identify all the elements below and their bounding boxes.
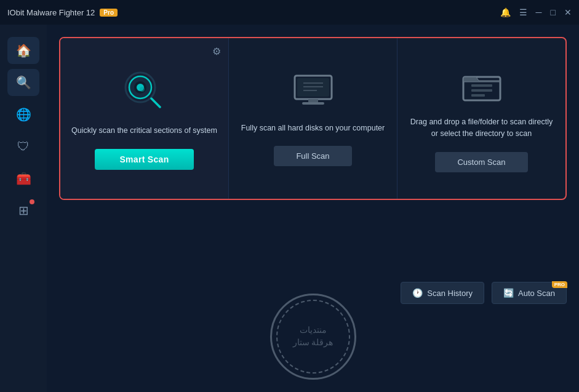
full-scan-column: Fully scan all hard disks on your comput… <box>229 38 397 199</box>
sidebar-item-home[interactable]: 🏠 <box>7 37 39 64</box>
smart-scan-button[interactable]: Smart Scan <box>95 149 193 170</box>
auto-scan-pro-badge: PRO <box>552 281 567 288</box>
svg-rect-7 <box>297 78 329 97</box>
app-title: IObit Malware Fighter 12 <box>7 8 95 17</box>
svg-rect-15 <box>471 89 492 92</box>
close-icon[interactable]: ✕ <box>564 7 572 17</box>
notification-icon[interactable]: 🔔 <box>500 7 511 17</box>
maximize-icon[interactable]: □ <box>551 7 556 17</box>
refresh-icon: 🔄 <box>503 288 514 298</box>
sidebar-item-widgets[interactable]: ⊞ <box>7 197 39 224</box>
sidebar: 🏠 🔍 🌐 🛡 🧰 ⊞ <box>0 25 47 392</box>
sidebar-item-protection[interactable]: 🌐 <box>7 101 39 128</box>
minimize-icon[interactable]: ─ <box>536 7 542 17</box>
svg-rect-16 <box>471 94 485 97</box>
bottom-area: منتديات هرقلة ستار 🕐 Scan History PRO 🔄 … <box>59 200 567 386</box>
custom-scan-column: Drag and drop a file/folder to scan dire… <box>397 38 565 199</box>
title-bar-controls: 🔔 ☰ ─ □ ✕ <box>500 7 572 17</box>
scan-history-button[interactable]: 🕐 Scan History <box>401 282 484 304</box>
smart-scan-icon <box>120 67 169 116</box>
settings-icon[interactable]: ⚙ <box>212 46 221 57</box>
menu-icon[interactable]: ☰ <box>519 7 527 17</box>
watermark-line1: منتديات <box>300 324 327 337</box>
full-scan-description: Fully scan all hard disks on your comput… <box>241 122 385 134</box>
content-area: ⚙ Quickly scan the critical sections of … <box>47 25 579 392</box>
main-layout: 🏠 🔍 🌐 🛡 🧰 ⊞ ⚙ <box>0 25 579 392</box>
watermark-inner: منتديات هرقلة ستار <box>276 300 350 374</box>
scan-panel: ⚙ Quickly scan the critical sections of … <box>59 37 567 200</box>
custom-scan-button[interactable]: Custom Scan <box>435 152 527 172</box>
full-scan-icon <box>289 71 338 114</box>
history-icon: 🕐 <box>412 288 423 298</box>
svg-rect-11 <box>308 99 318 102</box>
custom-scan-description: Drag and drop a file/folder to scan dire… <box>407 116 556 140</box>
svg-rect-14 <box>471 84 492 87</box>
auto-scan-label: Auto Scan <box>518 289 555 298</box>
smart-scan-description: Quickly scan the critical sections of sy… <box>71 125 217 137</box>
title-bar-left: IObit Malware Fighter 12 Pro <box>7 8 118 17</box>
watermark: منتديات هرقلة ستار <box>270 294 356 380</box>
auto-scan-button[interactable]: PRO 🔄 Auto Scan <box>492 282 567 304</box>
sidebar-item-shield[interactable]: 🛡 <box>7 133 39 160</box>
custom-scan-icon <box>460 65 503 108</box>
pro-badge: Pro <box>100 9 118 17</box>
smart-scan-column: ⚙ Quickly scan the critical sections of … <box>60 38 229 199</box>
svg-point-5 <box>140 87 145 92</box>
full-scan-button[interactable]: Full Scan <box>274 146 351 166</box>
sidebar-item-scan[interactable]: 🔍 <box>7 69 39 96</box>
svg-rect-12 <box>302 102 324 105</box>
scan-history-label: Scan History <box>427 289 473 298</box>
title-bar: IObit Malware Fighter 12 Pro 🔔 ☰ ─ □ ✕ <box>0 0 579 25</box>
svg-line-4 <box>151 98 160 107</box>
sidebar-item-tools[interactable]: 🧰 <box>7 165 39 192</box>
watermark-line2: هرقلة ستار <box>293 337 333 349</box>
